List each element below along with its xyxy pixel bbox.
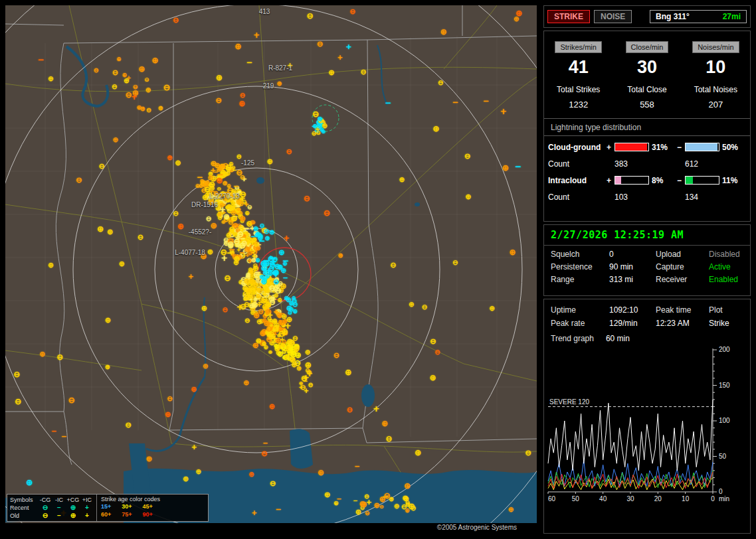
trend-label: Trend graph [551,334,594,343]
x-axis-tick-label: 60 [548,495,556,502]
bearing-label: Bng 311° [656,12,690,21]
setting-cell: Disabled [709,250,743,259]
trend-series-intracloud [548,460,713,487]
y-axis-tick-label: 100 [719,417,730,424]
age-code: 15+ [101,503,111,510]
legend-symbol: + [80,512,94,519]
stat-rate: 10 [682,57,750,78]
plus-sign: + [607,143,614,152]
trend-series-close [548,472,713,489]
setting-cell: 313 mi [609,275,656,284]
stat-chip: Close/min [626,41,669,53]
stat-total-label: Total Close [613,85,681,94]
settings-table: Squelch0UploadDisabledPersistence90 minC… [544,246,750,288]
status-cell: Peak time [656,305,709,315]
stat-total-label: Total Strikes [544,85,613,94]
setting-cell: 90 min [609,262,656,271]
y-axis-tick-label: 50 [719,453,727,460]
status-cell: Plot [709,305,743,315]
legend-symbol: − [52,504,66,511]
y-axis-tick-label: 0 [719,488,723,495]
setting-cell: Range [551,275,609,284]
stat-total-value: 207 [682,100,750,110]
y-axis-tick-label: 200 [719,346,730,353]
x-axis-tick-label: 10 [682,495,690,502]
plus-count: 383 [614,159,652,169]
legend-title: Symbols [10,497,38,503]
bearing-readout: Bng 311° 27mi [650,10,747,23]
minus-sign: − [677,176,685,185]
legend-col-header: -IC [52,497,66,503]
trend-graph: 0501001502006050403020100minSEVERE 120 [547,346,746,513]
setting-cell: Upload [656,250,709,259]
age-code-row: 15+30+45+ [101,502,204,510]
legend-symbol-row: Old⊖−⊕+ [10,512,94,520]
plus-count: 103 [614,193,652,202]
setting-cell: Enabled [709,275,743,284]
strike-mode-button[interactable]: STRIKE [547,10,590,23]
x-axis-tick-label: 20 [654,495,662,502]
trend-graph-container: 0501001502006050403020100minSEVERE 120 [547,346,750,516]
noise-mode-button[interactable]: NOISE [594,10,632,23]
legend-col-header: +CG [66,497,80,503]
stat-chip-wrap: Close/min [613,40,681,53]
stat-rate: 41 [544,57,613,78]
stat-total-value: 1232 [544,100,613,110]
stat-chip: Noises/min [692,41,739,53]
legend-symbol: ⊖ [38,504,52,511]
age-code: 90+ [143,511,153,518]
distribution-bar [685,143,719,151]
legend-symbol: ⊕ [66,504,80,511]
count-label: Count [548,159,607,169]
legend-row-label: Recent [10,504,38,511]
distribution-type-label: Cloud-ground [548,143,607,152]
distribution-table: Cloud-ground+31%−50%Count383612Intraclou… [544,136,750,208]
trend-series-strikes [548,400,713,471]
x-axis-tick-label: 40 [599,495,607,502]
distribution-count-row: Count383612 [548,155,746,172]
setting-cell: Active [709,262,743,271]
age-legend: Strike age color codes15+30+45+60+75+90+ [97,495,208,521]
legend-symbol: ⊖ [38,512,52,519]
map-legend: Symbols-CG-IC+CG+ICRecent⊖−⊕+Old⊖−⊕+ Str… [7,494,209,522]
age-code: 75+ [122,511,132,518]
minus-count: 134 [685,193,722,202]
status-cell: 1092:10 [609,305,656,315]
lightning-map[interactable]: ⊕⊕+⊖⊖+⊕⊕⊖⊖⊕+⊖⊕⊕⊕⊕⊕⊖−⊕+⊕⊕⊖⊕⊕⊕⊖⊕⊖+⊖+⊖⊕⊕⊖⊖⊕… [5,5,537,523]
side-panel: STRIKE NOISE Bng 311° 27mi Strikes/min41… [543,0,751,539]
plus-percent: 31% [652,143,677,152]
stat-total-value: 558 [613,100,681,110]
x-axis-tick-label: 0 [711,495,715,502]
map-base [5,5,537,523]
count-label: Count [548,193,607,202]
distribution-bar [614,176,649,185]
legend-header-row: Symbols-CG-IC+CG+IC [10,496,94,504]
legend-col-header: +IC [80,497,94,503]
setting-cell: 0 [609,250,656,259]
distribution-row: Intracloud+8%−11% [548,172,746,189]
setting-cell: Receiver [656,275,709,284]
x-axis-unit: min [719,495,729,502]
copyright-text: ©2005 Astrogenic Systems [5,524,537,531]
minus-percent: 50% [722,143,746,152]
distribution-count-row: Count103134 [548,189,746,205]
distribution-bar [685,176,719,185]
datetime-display: 2/27/2026 12:25:19 AM [544,225,750,246]
legend-symbol: + [80,504,94,511]
status-cell: 12:23 AM [656,319,709,328]
bearing-distance: 27mi [723,12,741,21]
legend-col-header: -CG [38,497,52,503]
stat-chip-wrap: Strikes/min [544,40,613,53]
x-axis-tick-label: 30 [626,495,634,502]
age-code: 30+ [122,503,132,510]
minus-count: 612 [685,159,722,169]
trend-graph-header: Trend graph 60 min [544,328,750,345]
stat-column-2: Noises/min10Total Noises207 [682,40,750,110]
legend-symbol-row: Recent⊖−⊕+ [10,504,94,512]
distribution-row: Cloud-ground+31%−50% [548,139,746,155]
status-cell: 129/min [609,319,656,328]
status-panel: Uptime1092:10Peak timePlotPeak rate129/m… [543,299,751,534]
severe-threshold-label: SEVERE 120 [549,398,589,406]
symbols-legend: Symbols-CG-IC+CG+ICRecent⊖−⊕+Old⊖−⊕+ [7,495,97,521]
minus-percent: 11% [722,176,746,185]
